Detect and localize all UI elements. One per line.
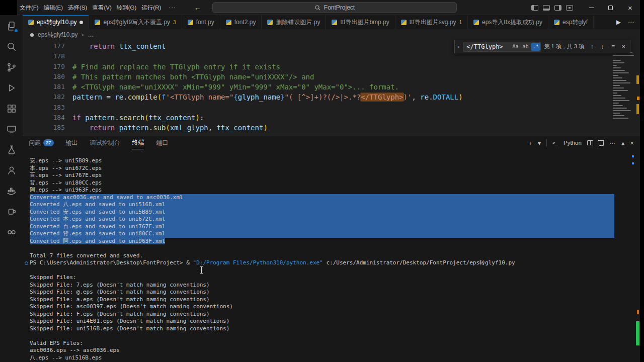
match-case-icon[interactable]: Aa [511, 43, 520, 51]
minimap-line [613, 100, 629, 101]
minimap-line [613, 55, 634, 56]
terminal-line: 背.eps --> uni80CC.eps [30, 179, 640, 187]
code-text [72, 103, 76, 113]
use-regex-icon[interactable]: .* [531, 43, 540, 51]
terminal-output[interactable]: 安.eps --> uni5B89.eps本.eps --> uni672C.e… [23, 149, 640, 362]
activity-remote-explorer-icon[interactable] [3, 121, 20, 137]
code-line: 179# Find and replace the TTGlyph entry … [23, 62, 640, 72]
editor-tab[interactable]: eps转glyf10.py [23, 15, 89, 29]
command-center-search[interactable]: FontProject [212, 2, 457, 13]
activity-run-debug-icon[interactable] [3, 80, 20, 96]
code-text: # <TTGlyph name="uniXXXX" xMin="999" yMi… [72, 82, 399, 92]
panel-tab[interactable]: 输出 [66, 136, 78, 149]
minimap-line [613, 77, 622, 78]
terminal-line: 安.eps --> uni5B89.eps [30, 157, 640, 165]
editor-tab[interactable]: font.py [182, 15, 220, 29]
panel-more-actions-icon[interactable]: ⋯ [609, 139, 616, 147]
problems-count-badge: 37 [43, 139, 54, 146]
python-file-icon [554, 20, 559, 25]
activity-account-icon[interactable] [3, 162, 20, 178]
editor-tab[interactable]: 删除错误图片.py [262, 15, 326, 29]
find-toggle-replace-icon[interactable]: › [456, 43, 461, 50]
find-next-icon[interactable]: ↓ [598, 43, 607, 50]
menu-bar: 文件(F)编辑(E)选择(S)查看(V)转到(G)运行(R) [17, 0, 164, 15]
breadcrumb-symbol[interactable]: … [88, 31, 94, 38]
editor-tab[interactable]: ttf导出图片svg.py1 [395, 15, 468, 29]
panel-tab[interactable]: 问题37 [29, 136, 54, 149]
tab-label: eps转glyf9写入不覆盖.py [103, 18, 170, 27]
close-panel-icon[interactable]: × [630, 139, 634, 147]
activity-infinity-icon[interactable] [3, 224, 20, 240]
terminal-scrollbar-thumb[interactable] [636, 321, 639, 345]
terminal-line: 阿.eps --> uni963F.eps [30, 187, 640, 194]
menu-overflow-icon[interactable]: ··· [164, 5, 181, 11]
kill-terminal-icon[interactable] [599, 141, 604, 146]
customize-layout-icon[interactable] [566, 5, 573, 11]
tab-label: 删除错误图片.py [276, 18, 320, 27]
code-lines: 177 return ttx_content178 179# Find and … [23, 41, 640, 133]
panel-tab[interactable]: 端口 [156, 136, 169, 149]
tab-strip: eps转glyf10.pyeps转glyf9写入不覆盖.py3font.pyfo… [23, 15, 610, 29]
editor-tab[interactable]: esp转glyf [548, 15, 594, 29]
minimize-button[interactable] [581, 0, 601, 15]
toggle-secondary-sidebar-icon[interactable] [554, 5, 561, 11]
editor-more-actions-icon[interactable]: ⋯ [628, 19, 634, 26]
minimap-line [613, 75, 618, 76]
activity-tools-icon[interactable] [3, 204, 20, 220]
activity-search-icon[interactable] [3, 39, 20, 55]
notification-badge [14, 29, 18, 33]
menu-item[interactable]: 编辑(E) [41, 0, 65, 15]
new-terminal-icon[interactable]: + [528, 139, 532, 147]
minimap[interactable] [613, 42, 636, 120]
whole-word-icon[interactable]: ab [521, 43, 530, 51]
find-close-icon[interactable]: × [619, 43, 628, 50]
toggle-sidebar-icon[interactable] [531, 5, 538, 11]
panel-tab[interactable]: 终端 [132, 136, 144, 149]
tab-label: eps转glyf10.py [37, 18, 76, 27]
editor-tab[interactable]: eps转glyf9写入不覆盖.py3 [89, 15, 182, 29]
find-previous-icon[interactable]: ↑ [588, 43, 596, 50]
maximize-panel-icon[interactable]: ▴ [621, 139, 625, 147]
python-file-icon [95, 20, 100, 25]
run-python-file-icon[interactable]: ▶ [616, 19, 621, 26]
activity-explorer-icon[interactable] [3, 18, 20, 34]
panel-tab[interactable]: 调试控制台 [90, 136, 120, 149]
menu-item[interactable]: 运行(R) [139, 0, 164, 15]
editor-tab[interactable]: eps导入ttx提取成功.py [468, 15, 548, 29]
find-widget: › </TTGlyph> Aa ab .* 第 1 项，共 3 项 ↑ ↓ ≡ … [454, 40, 630, 53]
split-terminal-icon[interactable] [587, 140, 593, 145]
code-line: 185 return pattern.sub(xml_glyph, ttx_co… [23, 123, 640, 133]
code-editor[interactable]: 177 return ttx_content178 179# Find and … [23, 40, 640, 136]
activity-extensions-icon[interactable] [3, 101, 20, 117]
terminal-instance-label[interactable]: Python [564, 140, 582, 146]
line-number: 177 [23, 41, 72, 51]
menu-item[interactable]: 选择(S) [65, 0, 90, 15]
activity-testing-icon[interactable] [3, 142, 20, 158]
tab-label: ttf导出图片svg.py [410, 18, 456, 27]
breadcrumb-file[interactable]: eps转glyf10.py [38, 31, 77, 39]
menu-item[interactable]: 转到(G) [114, 0, 139, 15]
find-in-selection-icon[interactable]: ≡ [609, 43, 617, 50]
code-text: if pattern.search(ttx_content): [72, 113, 204, 123]
close-window-button[interactable]: × [620, 0, 640, 15]
menu-item[interactable]: 查看(V) [90, 0, 114, 15]
editor-tab[interactable]: font2.py [220, 15, 262, 29]
terminal-line: Skipped File: uni4E01.eps (Doesn't match… [30, 318, 640, 325]
menu-item[interactable]: 文件(F) [17, 0, 41, 15]
find-input[interactable]: </TTGlyph> Aa ab .* [463, 42, 540, 52]
terminal-line: Skipped Files: [30, 274, 640, 282]
terminal-line: 八.eps --> uni516B.eps [30, 354, 640, 362]
toggle-panel-icon[interactable] [543, 5, 550, 11]
editor-tab[interactable]: ttf导出图片bmp.py [326, 15, 395, 29]
minimap-line [613, 103, 619, 104]
terminal-profile-dropdown-icon[interactable]: ▾ [538, 139, 541, 147]
activity-docker-icon[interactable] [3, 183, 20, 199]
nav-back-icon[interactable]: ← [194, 4, 201, 12]
code-text: pattern = re.compile(f'<TTGlyph name="{g… [72, 92, 463, 102]
tab-label: esp转glyf [562, 18, 588, 27]
maximize-button[interactable] [601, 0, 620, 15]
code-text [72, 51, 76, 61]
activity-source-control-icon[interactable] [3, 59, 20, 75]
terminal-line: 本.eps --> uni672C.eps [30, 165, 640, 172]
panel-tab-label: 输出 [66, 137, 78, 149]
